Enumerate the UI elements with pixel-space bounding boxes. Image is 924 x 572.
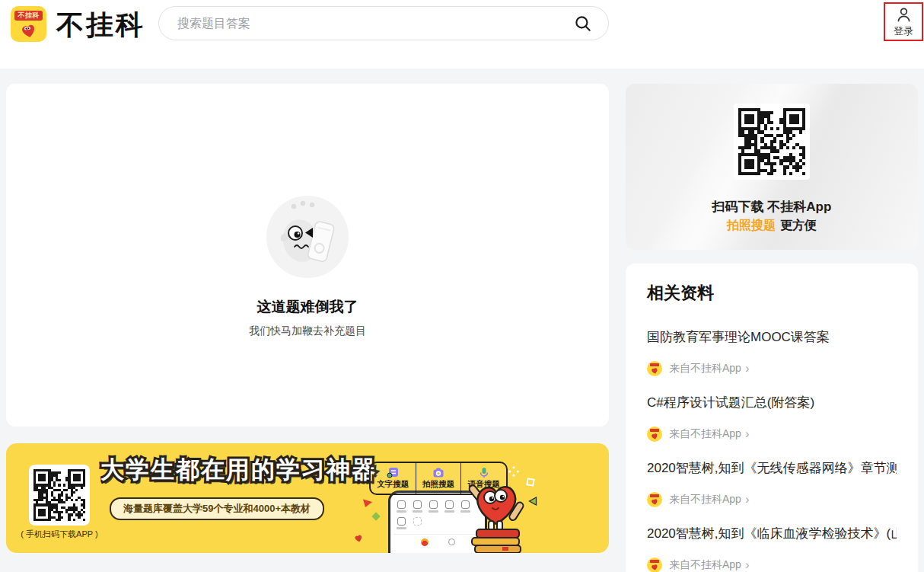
related-item-source[interactable]: 来自不挂科App › — [647, 361, 897, 376]
heart-mascot-illustration — [457, 474, 542, 553]
download-qr-code — [734, 104, 810, 180]
related-materials-panel: 相关资料 国防教育军事理论MOOC课答案 来自不挂科App › C#程序设计试题… — [626, 264, 918, 572]
header: 不挂科 不挂科 登录 — [0, 0, 924, 69]
banner-qr-code — [29, 465, 90, 526]
app-badge-icon — [647, 492, 662, 507]
text-search-icon — [387, 467, 399, 478]
empty-state: 这道题难倒我了 我们快马加鞭去补充题目 — [6, 193, 609, 338]
related-item-title[interactable]: 国防教育军事理论MOOC课答案 — [647, 329, 897, 346]
search-icon[interactable] — [573, 14, 593, 34]
download-subcaption: 拍照搜题更方便 — [626, 218, 918, 234]
photo-search-highlight: 拍照搜题 — [727, 219, 776, 232]
search-input[interactable] — [159, 17, 573, 30]
related-item: 2020智慧树,知到《临床血液学检验技术》(山… 来自不挂科App › — [647, 526, 897, 572]
related-item: C#程序设计试题汇总(附答案) 来自不挂科App › — [647, 395, 897, 442]
hot-icon — [421, 538, 429, 546]
result-panel: 这道题难倒我了 我们快马加鞭去补充题目 — [6, 84, 609, 427]
app-download-card: 扫码下载 不挂科App 拍照搜题更方便 — [626, 84, 918, 250]
site-title: 不挂科 — [56, 7, 145, 44]
app-logo-icon: 不挂科 — [11, 6, 46, 42]
feature-text-search: 文字搜题 — [371, 463, 416, 494]
related-title: 相关资料 — [647, 282, 897, 305]
clock-icon — [448, 538, 455, 545]
related-item-title[interactable]: 2020智慧树,知到《无线传感器网络》章节测… — [647, 460, 897, 477]
related-item: 2020智慧树,知到《无线传感器网络》章节测… 来自不挂科App › — [647, 460, 897, 507]
chevron-right-icon: › — [745, 560, 750, 570]
login-label: 登录 — [894, 24, 913, 38]
feature-label: 拍照搜题 — [422, 479, 454, 490]
empty-mascot-illustration — [263, 193, 352, 283]
source-label: 来自不挂科App — [669, 362, 741, 375]
empty-title: 这道题难倒我了 — [6, 297, 609, 317]
user-icon — [895, 6, 913, 24]
related-item-title[interactable]: 2020智慧树,知到《临床血液学检验技术》(山… — [647, 526, 897, 542]
related-item-title[interactable]: C#程序设计试题汇总(附答案) — [647, 395, 897, 411]
download-caption: 扫码下载 不挂科App — [626, 198, 918, 216]
chevron-right-icon: › — [745, 494, 750, 505]
source-label: 来自不挂科App — [669, 493, 741, 506]
app-badge-icon — [647, 558, 662, 572]
chevron-right-icon: › — [745, 429, 750, 439]
banner-badge: 海量题库覆盖大学59个专业和4000+本教材 — [110, 497, 324, 520]
source-label: 来自不挂科App — [669, 558, 741, 572]
feature-photo-search: 拍照搜题 — [416, 463, 461, 494]
banner-qr-caption: ( 手机扫码下载APP ) — [11, 529, 108, 540]
diamond-decoration — [371, 512, 380, 520]
subcaption-rest: 更方便 — [780, 219, 817, 232]
search-bar — [158, 6, 609, 40]
app-promo-banner[interactable]: ( 手机扫码下载APP ) 大学生都在用的学习神器 海量题库覆盖大学59个专业和… — [6, 443, 609, 553]
chevron-right-icon: › — [745, 363, 750, 374]
logo-badge: 不挂科 — [14, 11, 43, 21]
heart-icon — [19, 21, 38, 40]
camera-search-icon — [432, 467, 444, 478]
banner-title: 大学生都在用的学习神器 — [100, 454, 377, 486]
source-label: 来自不挂科App — [669, 427, 741, 441]
empty-subtitle: 我们快马加鞭去补充题目 — [6, 324, 609, 338]
app-badge-icon — [647, 361, 662, 376]
related-item-source[interactable]: 来自不挂科App › — [647, 558, 897, 572]
heart-decoration — [353, 533, 364, 543]
related-item-source[interactable]: 来自不挂科App › — [647, 427, 897, 442]
related-item-source[interactable]: 来自不挂科App › — [647, 492, 897, 507]
app-badge-icon — [647, 427, 662, 442]
triangle-decoration — [362, 498, 373, 508]
login-button[interactable]: 登录 — [884, 2, 923, 41]
feature-label: 文字搜题 — [377, 479, 409, 490]
related-item: 国防教育军事理论MOOC课答案 来自不挂科App › — [647, 329, 897, 376]
